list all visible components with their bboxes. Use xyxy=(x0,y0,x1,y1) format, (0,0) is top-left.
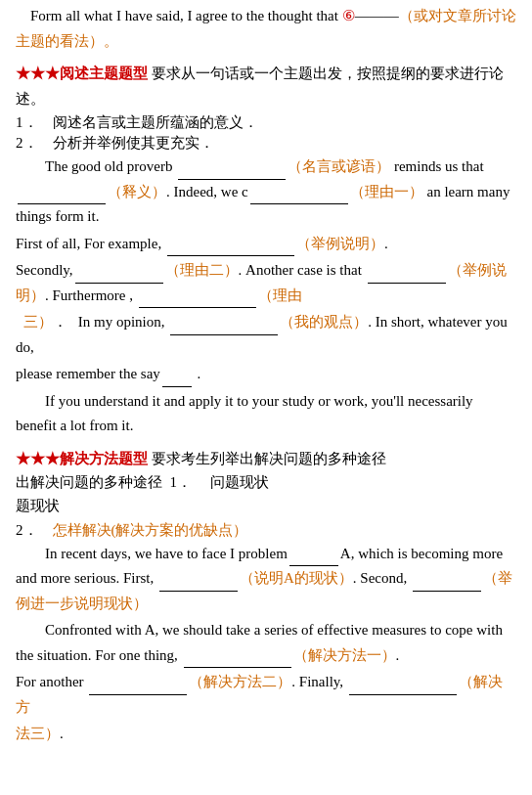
confronted-end: . xyxy=(396,647,400,663)
proverb-orange1: （名言或谚语） xyxy=(288,158,390,174)
first-dash xyxy=(167,255,294,256)
section2-heading: ★★★解决方法题型 要求考生列举出解决问题的多种途径 xyxy=(16,447,516,472)
secondly-paragraph: Secondly,（理由二）. Another case is that （举例… xyxy=(16,258,516,308)
proverb-dash2 xyxy=(18,203,106,204)
problem-label: 题现状 xyxy=(16,494,516,519)
proverb-before: The good old proverb xyxy=(45,158,176,174)
proverb-dash1 xyxy=(178,179,286,180)
section2-desc: 要求考生列举出解决问题的多种途径 xyxy=(152,451,386,466)
item1-text: 阅述名言或主题所蕴涵的意义． xyxy=(53,113,258,132)
opinion-dash xyxy=(170,334,278,335)
opinion-orange: （我的观点） xyxy=(280,314,368,330)
confronted-text: Confronted with A, we should take a seri… xyxy=(16,622,503,663)
proverb-reminds: reminds us that xyxy=(394,158,484,174)
item2-text: 分析并举例使其更充实． xyxy=(53,134,214,153)
s2-item1-text: 问题现状 xyxy=(210,473,269,492)
recent-dash xyxy=(289,565,338,566)
recent-a: A xyxy=(340,546,351,561)
intro-paragraph: Form all what I have said, I agree to th… xyxy=(16,4,516,54)
item2-num: 2． xyxy=(16,134,53,153)
secondly-dash3 xyxy=(139,307,256,308)
first-orange: （举例说明） xyxy=(296,236,384,251)
confronted-dash1 xyxy=(184,667,291,668)
section1-star: ★★★阅述主题题型 xyxy=(16,66,148,81)
foranother-dash xyxy=(89,694,187,695)
intro-circle: ⑥ xyxy=(342,8,355,23)
proverb-dash3 xyxy=(250,203,348,204)
proverb-orange3: （理由一） xyxy=(350,184,423,199)
section2-item1: 出解决问题的多种途径 1． 问题现状 xyxy=(16,473,516,492)
page-content: Form all what I have said, I agree to th… xyxy=(0,0,532,765)
s2-item2-text: 怎样解决(解决方案的优缺点） xyxy=(53,521,248,540)
first-text: First of all, For example, xyxy=(16,236,165,251)
if-text: If you understand it and apply it to you… xyxy=(16,393,473,434)
proverb-orange2: （释义） xyxy=(108,184,166,199)
section2-item2: 2． 怎样解决(解决方案的优缺点） xyxy=(16,521,516,540)
foranother-paragraph: For another （解决方法二）. Finally, （解决方 xyxy=(16,670,516,720)
secondly-orange3: （理由 xyxy=(258,287,302,303)
recent-dash3 xyxy=(413,591,481,592)
section1-heading: ★★★阅述主题题型 要求从一句话或一个主题出发，按照提纲的要求进行论述。 xyxy=(16,62,516,111)
proverb-paragraph: The good old proverb （名言或谚语） reminds us … xyxy=(16,155,516,230)
recent-dash2 xyxy=(159,591,238,592)
first-end: . xyxy=(384,236,388,251)
if-paragraph: If you understand it and apply it to you… xyxy=(16,389,516,439)
recent-text: In recent days, we have to face I proble… xyxy=(45,546,288,561)
please-paragraph: please remember the say . xyxy=(16,362,516,387)
section1-item1: 1． 阅述名言或主题所蕴涵的意义． xyxy=(16,113,516,132)
intro-dash: ——— xyxy=(355,8,399,23)
s2-item2-num: 2． xyxy=(16,521,53,540)
opinion-text: In my opinion, xyxy=(78,314,169,330)
section2-star: ★★★解决方法题型 xyxy=(16,451,148,466)
confronted-orange1: （解决方法一） xyxy=(293,647,396,663)
secondly-text: Secondly, xyxy=(16,262,73,278)
secondly-orange: （理由二） xyxy=(165,262,239,278)
secondly-dash xyxy=(75,283,163,284)
recent-second: . Second, xyxy=(353,570,407,586)
item1-num: 1． xyxy=(16,113,53,132)
intro-text: Form all what I have said, I agree to th… xyxy=(30,8,338,23)
sanri-label: 三） xyxy=(23,314,53,330)
secondly-dash2 xyxy=(368,283,446,284)
fangfa3-end: . xyxy=(60,726,64,741)
secondly-furthermore: . Furthermore , xyxy=(45,287,133,303)
fangfa3-line: 法三）. xyxy=(16,722,516,747)
please-text: please remember the say xyxy=(16,366,160,381)
finally-dash xyxy=(349,694,457,695)
s2-item1-num: 出解决问题的多种途径 1． xyxy=(16,473,210,492)
foranother-orange: （解决方法二） xyxy=(189,674,291,689)
secondly-another: . Another case is that xyxy=(239,262,362,278)
fangfa3-label: 法三） xyxy=(16,726,60,741)
foranother-text: For another xyxy=(16,674,87,689)
confronted-paragraph: Confronted with A, we should take a seri… xyxy=(16,618,516,668)
recent-paragraph: In recent days, we have to face I proble… xyxy=(16,542,516,617)
finally-text: . Finally, xyxy=(291,674,347,689)
recent-orange1: （说明A的现状） xyxy=(240,570,353,586)
please-dash xyxy=(162,386,192,387)
section1-item2: 2． 分析并举例使其更充实． xyxy=(16,134,516,153)
opinion-line1: 三）． In my opinion, （我的观点）. In short, wha… xyxy=(16,310,516,360)
first-paragraph: First of all, For example, （举例说明）. xyxy=(16,232,516,257)
proverb-indeed: . Indeed, we c xyxy=(166,184,248,199)
